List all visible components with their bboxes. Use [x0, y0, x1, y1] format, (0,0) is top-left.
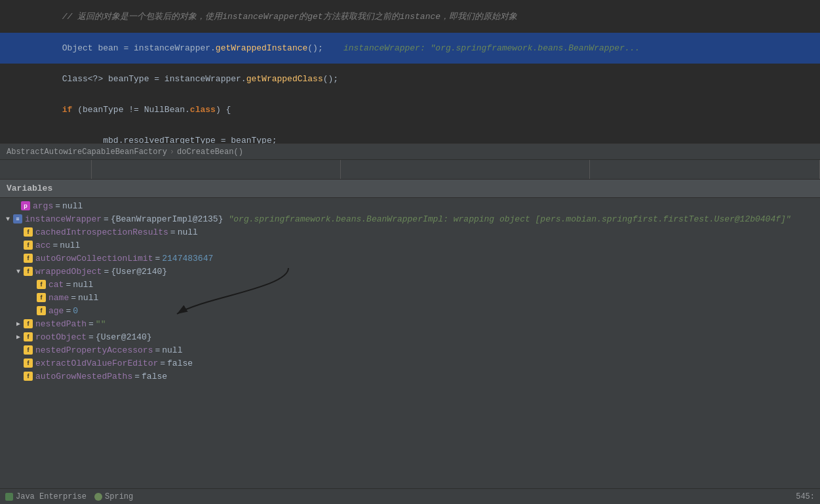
field-icon-list: ≡	[13, 214, 22, 223]
field-icon-f: f	[37, 293, 46, 302]
status-item-spring[interactable]: Spring	[94, 492, 133, 501]
list-item[interactable]: ▶ f nestedPath = ""	[0, 317, 820, 330]
field-icon-f: f	[24, 227, 33, 237]
field-icon-f: f	[24, 319, 33, 328]
list-item: f nestedPropertyAccessors = null	[0, 343, 820, 357]
breadcrumb-method: doCreateBean()	[177, 147, 243, 157]
var-value-cached: null	[178, 227, 198, 237]
var-eq: =	[88, 319, 94, 329]
code-line-comment: // 返回的对象是一个包装后的对象，使用instanceWrapper的get方…	[0, 0, 820, 33]
list-item: f acc = null	[0, 239, 820, 252]
var-eq: =	[66, 306, 71, 316]
var-eq: =	[155, 345, 160, 355]
list-item: f autoGrowCollectionLimit = 2147483647	[0, 252, 820, 265]
line-content: Class<?> beanType = instanceWrapper.getW…	[26, 64, 820, 94]
field-icon-f: f	[24, 359, 33, 368]
var-value-hint-instancewrapper: "org.springframework.beans.BeanWrapperIm…	[228, 214, 791, 224]
list-item: p args = null	[0, 199, 820, 212]
field-icon-f: f	[24, 254, 33, 263]
var-name-autogrow: autoGrowCollectionLimit	[35, 254, 153, 263]
breadcrumb: AbstractAutowireCapableBeanFactory › doC…	[0, 144, 820, 160]
field-icon-f: f	[37, 280, 46, 289]
var-value-nestedpath: ""	[96, 319, 106, 329]
sep-col-1	[0, 160, 92, 179]
panel-title: Variables	[7, 184, 52, 193]
var-eq: =	[66, 280, 71, 290]
var-name-acc: acc	[35, 241, 50, 250]
field-icon-f: f	[24, 241, 33, 250]
var-name-cat: cat	[49, 280, 64, 290]
list-item: f extractOldValueForEditor = false	[0, 357, 820, 370]
field-icon-f: f	[24, 372, 33, 381]
var-value-autogrow: 2147483647	[162, 254, 213, 263]
sep-col-2	[92, 160, 341, 179]
var-name-rootobject: rootObject	[35, 332, 87, 342]
status-position: 545:	[796, 492, 815, 501]
line-content: // 返回的对象是一个包装后的对象，使用instanceWrapper的get方…	[26, 1, 820, 32]
var-value-acc: null	[60, 241, 80, 250]
var-eq: =	[170, 227, 176, 237]
status-bar: Java Enterprise Spring 545:	[0, 488, 820, 504]
var-value-name: null	[78, 293, 98, 303]
status-item-java[interactable]: Java Enterprise	[5, 492, 87, 501]
variables-content[interactable]: p args = null ▼ ≡ instanceWrapper = {Bea…	[0, 198, 820, 488]
line-content: if (beanType != NullBean.class) {	[26, 95, 820, 125]
sep-col-3	[341, 160, 590, 179]
list-item[interactable]: ▼ f wrappedObject = {User@2140}	[0, 265, 820, 278]
var-value-wrappedobject: {User@2140}	[111, 267, 167, 277]
field-icon-f: f	[24, 267, 33, 276]
java-enterprise-icon	[5, 493, 13, 501]
var-value-args: null	[62, 201, 83, 211]
var-eq: =	[52, 241, 58, 250]
var-eq: =	[55, 201, 60, 211]
var-eq: =	[104, 267, 109, 277]
field-icon-f: f	[24, 345, 33, 355]
list-item: f age = 0	[0, 304, 820, 317]
list-item: f cat = null	[0, 278, 820, 291]
status-spring-label: Spring	[105, 492, 133, 501]
var-name-instancewrapper: instanceWrapper	[25, 214, 102, 224]
var-eq: =	[71, 293, 76, 303]
field-icon-p: p	[21, 201, 30, 210]
var-name-autogrowpaths: autoGrowNestedPaths	[35, 372, 132, 381]
spring-icon	[94, 493, 102, 501]
status-java-label: Java Enterprise	[16, 492, 87, 501]
var-name-nestedpath: nestedPath	[35, 319, 87, 329]
code-line-highlighted: Object bean = instanceWrapper.getWrapped…	[0, 33, 820, 64]
var-value-nestedprop: null	[162, 345, 182, 355]
code-line: if (beanType != NullBean.class) {	[0, 94, 820, 125]
status-left: Java Enterprise Spring	[5, 492, 133, 501]
list-item: f cachedIntrospectionResults = null	[0, 225, 820, 239]
expand-icon-instancewrapper[interactable]: ▼	[3, 214, 13, 224]
code-line: mbd.resolvedTargetType = beanType;	[0, 125, 820, 144]
list-item: f name = null	[0, 291, 820, 304]
var-value-age: 0	[73, 306, 78, 316]
code-line: Class<?> beanType = instanceWrapper.getW…	[0, 64, 820, 94]
var-value-extractold: false	[167, 359, 193, 368]
var-name-wrappedobject: wrappedObject	[35, 267, 102, 277]
expand-icon-wrappedobject[interactable]: ▼	[13, 266, 24, 277]
line-content: mbd.resolvedTargetType = beanType;	[26, 126, 820, 144]
var-eq: =	[155, 254, 160, 263]
var-eq: =	[104, 214, 109, 224]
sep-col-4	[590, 160, 820, 179]
var-name-extractold: extractOldValueForEditor	[35, 359, 158, 368]
panel-header: Variables	[0, 180, 820, 198]
list-item[interactable]: ▼ ≡ instanceWrapper = {BeanWrapperImpl@2…	[0, 212, 820, 225]
list-item: f autoGrowNestedPaths = false	[0, 370, 820, 383]
var-eq: =	[134, 372, 140, 381]
list-item[interactable]: ▶ f rootObject = {User@2140}	[0, 330, 820, 343]
code-editor: // 返回的对象是一个包装后的对象，使用instanceWrapper的get方…	[0, 0, 820, 144]
separator-inner	[0, 160, 820, 179]
breadcrumb-class: AbstractAutowireCapableBeanFactory	[7, 147, 167, 157]
separator-area	[0, 160, 820, 180]
line-content: Object bean = instanceWrapper.getWrapped…	[26, 33, 820, 63]
var-name-name: name	[49, 293, 69, 303]
variables-panel: Variables p args = null ▼ ≡ instanceWrap…	[0, 180, 820, 488]
var-value-autogrowpaths: false	[142, 372, 167, 381]
expand-icon-nestedpath[interactable]: ▶	[13, 319, 24, 329]
field-icon-f: f	[37, 306, 46, 315]
var-eq: =	[88, 332, 94, 342]
breadcrumb-arrow: ›	[170, 147, 174, 157]
expand-icon-rootobject[interactable]: ▶	[13, 332, 24, 342]
